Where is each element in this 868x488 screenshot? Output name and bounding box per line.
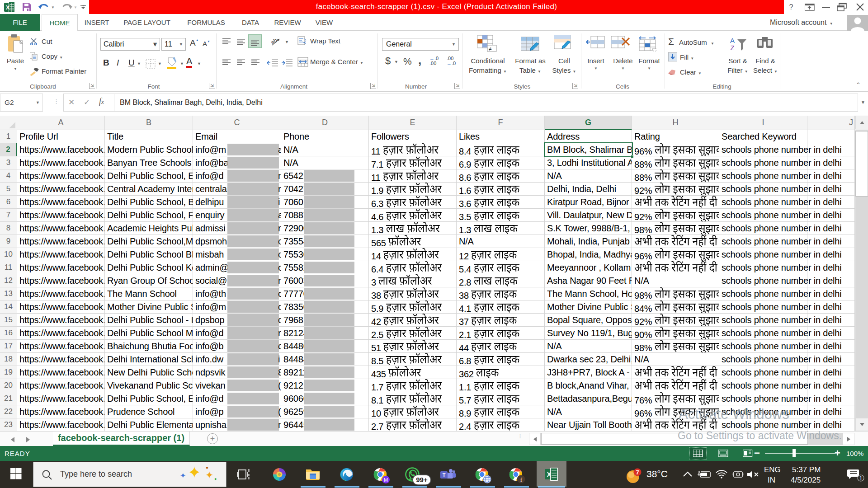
svg-text:f: f xyxy=(520,476,523,483)
svg-text:1: 1 xyxy=(859,475,863,482)
svg-text:T: T xyxy=(443,472,446,478)
svg-text:X: X xyxy=(547,471,552,478)
svg-text:7: 7 xyxy=(636,469,639,476)
svg-text:M: M xyxy=(384,477,388,483)
svg-text:99+: 99+ xyxy=(416,476,428,483)
